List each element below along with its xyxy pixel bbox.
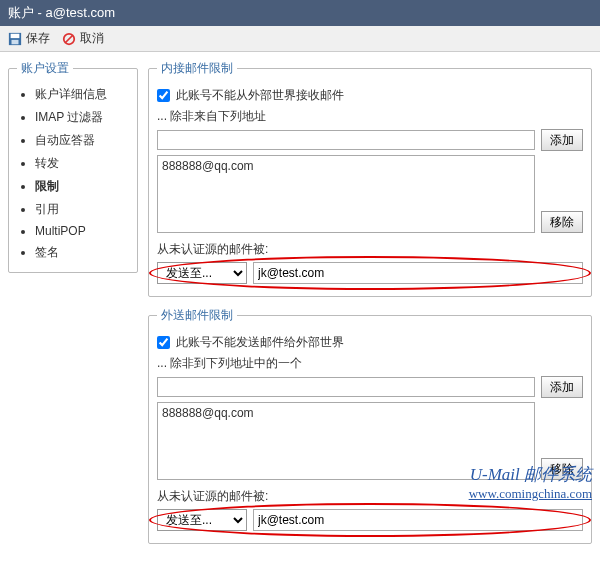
inbound-dest-input[interactable] [253,262,583,284]
inbound-exception-label: ... 除非来自下列地址 [157,108,266,125]
nav-list: 账户详细信息IMAP 过滤器自动应答器转发限制引用MultiPOP签名 [17,83,129,264]
sidebar-item[interactable]: 签名 [35,241,129,264]
sidebar-item[interactable]: IMAP 过滤器 [35,106,129,129]
sidebar-item[interactable]: 限制 [35,175,129,198]
outbound-add-button[interactable]: 添加 [541,376,583,398]
sidebar-item[interactable]: MultiPOP [35,221,129,241]
svg-line-4 [66,35,73,42]
titlebar: 账户 - a@test.com [0,0,600,26]
svg-rect-2 [12,39,19,43]
outbound-checkbox-label: 此账号不能发送邮件给外部世界 [176,334,344,351]
outbound-action-select[interactable]: 发送至... [157,509,247,531]
sidebar-item[interactable]: 引用 [35,198,129,221]
inbound-action-select[interactable]: 发送至... [157,262,247,284]
cancel-icon [62,32,76,46]
outbound-checkbox[interactable] [157,336,170,349]
sidebar-legend: 账户设置 [17,60,73,77]
inbound-listbox[interactable]: 888888@qq.com [157,155,535,233]
disk-icon [8,32,22,46]
outbound-dest-input[interactable] [253,509,583,531]
outbound-remove-button[interactable]: 移除 [541,458,583,480]
inbound-fieldset: 内接邮件限制 此账号不能从外部世界接收邮件 ... 除非来自下列地址 添加 88… [148,60,592,297]
outbound-legend: 外送邮件限制 [157,307,237,324]
cancel-label: 取消 [80,30,104,47]
inbound-unauth-label: 从未认证源的邮件被: [157,241,268,258]
cancel-button[interactable]: 取消 [62,30,104,47]
inbound-remove-button[interactable]: 移除 [541,211,583,233]
svg-rect-1 [11,33,20,37]
outbound-listbox[interactable]: 888888@qq.com [157,402,535,480]
sidebar-item[interactable]: 自动应答器 [35,129,129,152]
outbound-unauth-label: 从未认证源的邮件被: [157,488,268,505]
save-label: 保存 [26,30,50,47]
inbound-legend: 内接邮件限制 [157,60,237,77]
inbound-checkbox-label: 此账号不能从外部世界接收邮件 [176,87,344,104]
sidebar-item[interactable]: 转发 [35,152,129,175]
inbound-add-button[interactable]: 添加 [541,129,583,151]
save-button[interactable]: 保存 [8,30,50,47]
list-item[interactable]: 888888@qq.com [162,159,530,173]
outbound-fieldset: 外送邮件限制 此账号不能发送邮件给外部世界 ... 除非到下列地址中的一个 添加… [148,307,592,544]
outbound-exception-label: ... 除非到下列地址中的一个 [157,355,302,372]
list-item[interactable]: 888888@qq.com [162,406,530,420]
toolbar: 保存 取消 [0,26,600,52]
sidebar-fieldset: 账户设置 账户详细信息IMAP 过滤器自动应答器转发限制引用MultiPOP签名 [8,60,138,273]
inbound-address-input[interactable] [157,130,535,150]
sidebar-item[interactable]: 账户详细信息 [35,83,129,106]
inbound-checkbox[interactable] [157,89,170,102]
outbound-address-input[interactable] [157,377,535,397]
